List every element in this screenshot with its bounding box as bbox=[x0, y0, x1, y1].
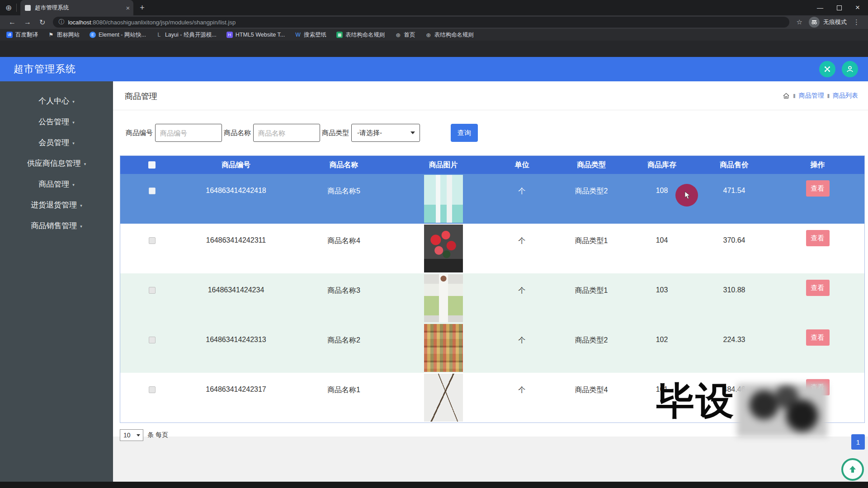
chevron-down-icon: ▾ bbox=[80, 224, 82, 229]
app-title: 超市管理系统 bbox=[14, 62, 76, 76]
cell-unit: 个 bbox=[487, 174, 557, 224]
fullscreen-toggle-button[interactable] bbox=[819, 61, 835, 77]
table-header-row: 商品编号 商品名称 商品图片 单位 商品类型 商品库存 商品售价 操作 bbox=[120, 156, 864, 174]
bookmark-star-icon[interactable]: ☆ bbox=[797, 18, 802, 26]
breadcrumb: ‖ 商品管理 ‖ 商品列表 bbox=[783, 92, 858, 100]
cell-product-id: 164863414242418 bbox=[184, 174, 288, 224]
sidebar-item-label: 进货退货管理 bbox=[31, 200, 77, 210]
table-row[interactable]: 164863414242418 商品名称5 个 商品类型2 108 471.54… bbox=[120, 174, 864, 224]
product-image-dried-branch bbox=[424, 374, 463, 422]
page-size-value: 10 bbox=[123, 432, 131, 439]
page-title: 商品管理 bbox=[125, 91, 157, 102]
window-close-button[interactable]: × bbox=[855, 3, 860, 12]
table-row[interactable]: 164863414242313 商品名称2 个 商品类型2 102 224.33… bbox=[120, 323, 864, 373]
new-tab-button[interactable]: + bbox=[140, 3, 145, 13]
product-image-flower-bouquet bbox=[424, 225, 463, 272]
chevron-down-icon: ▾ bbox=[72, 99, 75, 104]
row-checkbox[interactable] bbox=[149, 237, 156, 244]
row-checkbox[interactable] bbox=[149, 337, 156, 343]
sidebar-item-suppliers[interactable]: 供应商信息管理▾ bbox=[0, 153, 113, 174]
cursor-highlight bbox=[675, 184, 698, 206]
view-button[interactable]: 查看 bbox=[806, 180, 830, 197]
chevron-down-icon: ▾ bbox=[80, 203, 82, 208]
bookmark-label: HTML5 Website T... bbox=[236, 32, 285, 38]
tab-title: 超市管理系统 bbox=[35, 4, 123, 12]
page-number-button[interactable]: 1 bbox=[851, 434, 865, 450]
bookmarks-bar: 译百度翻译 ⚑图标网站 EElement - 网站快... LLayui - 经… bbox=[0, 29, 868, 41]
bookmark-item[interactable]: 译百度翻译 bbox=[6, 31, 38, 39]
row-checkbox[interactable] bbox=[149, 188, 156, 194]
product-id-input[interactable] bbox=[155, 124, 222, 142]
bookmark-item[interactable]: HHTML5 Website T... bbox=[226, 32, 285, 38]
watermark-blurred-block bbox=[737, 384, 827, 437]
page-size-select[interactable]: 10 bbox=[120, 429, 143, 441]
cell-stock: 103 bbox=[626, 273, 698, 323]
product-type-select[interactable]: -请选择- bbox=[351, 124, 420, 142]
sidebar-item-announcements[interactable]: 公告管理▾ bbox=[0, 111, 113, 132]
bookmark-item[interactable]: LLayui - 经典开源模... bbox=[156, 31, 217, 39]
bookmark-item[interactable]: ⚑图标网站 bbox=[48, 31, 80, 39]
sidebar-item-personal-center[interactable]: 个人中心▾ bbox=[0, 90, 113, 111]
bookmark-item[interactable]: ⊕首页 bbox=[395, 31, 415, 39]
product-type-label: 商品类型 bbox=[322, 129, 349, 137]
cell-type: 商品类型1 bbox=[557, 224, 626, 273]
row-checkbox[interactable] bbox=[149, 287, 156, 294]
chevron-down-icon bbox=[410, 131, 415, 134]
sidebar-item-products[interactable]: 商品管理▾ bbox=[0, 174, 113, 194]
breadcrumb-link-products[interactable]: 商品管理 bbox=[799, 92, 824, 100]
row-checkbox[interactable] bbox=[149, 386, 156, 393]
cell-unit: 个 bbox=[487, 373, 557, 422]
address-bar[interactable]: ⓘ localhost:8080/chaoshiguanlixitong/jsp… bbox=[53, 17, 789, 28]
table-row[interactable]: 16486341424234 商品名称3 个 商品类型1 103 310.88 … bbox=[120, 273, 864, 323]
breadcrumb-separator: ‖ bbox=[827, 93, 830, 99]
back-button[interactable]: ← bbox=[9, 18, 16, 26]
product-name-input[interactable] bbox=[253, 124, 320, 142]
chevron-down-icon bbox=[137, 434, 140, 436]
breadcrumb-separator: ‖ bbox=[793, 93, 795, 99]
product-image-fashion-model bbox=[424, 274, 463, 322]
bookmark-favicon: E bbox=[90, 32, 96, 38]
column-header: 商品图片 bbox=[399, 156, 487, 174]
page-footer-area bbox=[113, 436, 868, 482]
bookmark-item[interactable]: EElement - 网站快... bbox=[90, 31, 146, 39]
bookmark-item[interactable]: ▦表结构命名规则 bbox=[336, 31, 385, 39]
bookmark-label: 首页 bbox=[404, 31, 415, 39]
breadcrumb-link-product-list[interactable]: 商品列表 bbox=[833, 92, 858, 100]
sidebar-item-purchase-returns[interactable]: 进货退货管理▾ bbox=[0, 194, 113, 215]
browser-menu-icon[interactable]: ⋮ bbox=[853, 18, 860, 26]
user-profile-button[interactable] bbox=[842, 61, 858, 77]
sidebar-item-members[interactable]: 会员管理▾ bbox=[0, 132, 113, 153]
product-id-label: 商品编号 bbox=[126, 129, 153, 137]
sidebar-item-label: 商品销售管理 bbox=[31, 221, 77, 231]
browser-tab-bar: ⊕ 超市管理系统 × + — × bbox=[0, 0, 868, 15]
tab-close-icon[interactable]: × bbox=[126, 4, 130, 12]
bookmark-item[interactable]: ⊕表结构命名规则 bbox=[425, 31, 474, 39]
column-header: 商品名称 bbox=[288, 156, 399, 174]
forward-button[interactable]: → bbox=[24, 18, 31, 26]
back-to-top-button[interactable] bbox=[841, 458, 864, 481]
view-button[interactable]: 查看 bbox=[806, 280, 830, 296]
table-row[interactable]: 164863414242311 商品名称4 个 商品类型1 104 370.64… bbox=[120, 224, 864, 273]
sidebar-item-label: 商品管理 bbox=[38, 179, 69, 189]
view-button[interactable]: 查看 bbox=[806, 329, 830, 346]
cell-product-name: 商品名称2 bbox=[288, 323, 399, 373]
sidebar-item-sales[interactable]: 商品销售管理▾ bbox=[0, 215, 113, 236]
browser-profile-icon[interactable]: ⊕ bbox=[5, 3, 12, 13]
view-button[interactable]: 查看 bbox=[806, 230, 830, 246]
bookmark-item[interactable]: W搜索壁纸 bbox=[295, 31, 326, 39]
search-button[interactable]: 查询 bbox=[451, 124, 478, 142]
window-minimize-button[interactable]: — bbox=[817, 4, 823, 11]
home-icon[interactable] bbox=[783, 92, 790, 99]
search-form: 商品编号 商品名称 商品类型 -请选择- 查询 bbox=[126, 124, 868, 142]
browser-tab[interactable]: 超市管理系统 × bbox=[20, 0, 133, 15]
cell-stock: 104 bbox=[626, 224, 698, 273]
cell-type: 商品类型4 bbox=[557, 373, 626, 422]
cell-product-id: 16486341424234 bbox=[184, 273, 288, 323]
watermark: 毕设 bbox=[656, 381, 827, 437]
page-top-gap bbox=[0, 41, 868, 57]
window-maximize-button[interactable] bbox=[837, 5, 842, 10]
cell-unit: 个 bbox=[487, 323, 557, 373]
site-info-icon[interactable]: ⓘ bbox=[58, 18, 64, 26]
select-all-checkbox[interactable] bbox=[148, 161, 156, 169]
reload-button[interactable]: ↻ bbox=[39, 18, 45, 27]
